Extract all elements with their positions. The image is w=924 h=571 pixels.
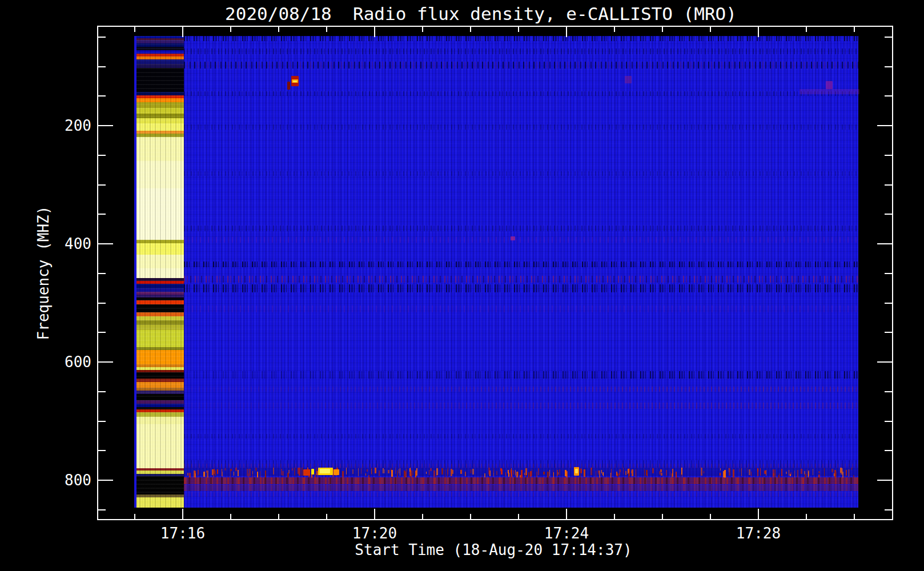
tick-mark [885, 155, 892, 156]
rfi-streak [565, 470, 567, 476]
rfi-streak [203, 472, 205, 477]
spectrogram-data [134, 36, 858, 508]
rfi-streak [391, 470, 393, 477]
rfi-streak [720, 473, 721, 476]
rfi-streak [757, 468, 758, 472]
rfi-streak [733, 469, 734, 477]
rfi-band-dark [184, 91, 858, 96]
tick-mark [518, 514, 519, 519]
rfi-streak [358, 468, 359, 476]
burst-blob [625, 76, 632, 83]
tick-mark [98, 243, 113, 244]
tick-mark [98, 273, 106, 274]
rfi-streak [505, 472, 506, 476]
rfi-streak [214, 469, 215, 474]
tick-mark [230, 27, 231, 32]
tick-mark [885, 95, 892, 96]
chart-title: 2020/08/18 Radio flux density, e-CALLIST… [225, 4, 737, 23]
rfi-streak [543, 472, 545, 475]
rfi-streak [807, 469, 808, 476]
rfi-streak [281, 469, 282, 475]
calibration-texture-overlay [134, 36, 184, 508]
tick-mark [98, 332, 106, 333]
rfi-streak [557, 470, 558, 476]
rfi-streak [316, 468, 317, 473]
rfi-streak [513, 471, 514, 475]
rfi-band-spikeband [184, 468, 858, 476]
rfi-streak [371, 468, 372, 475]
rfi-band-redband [184, 387, 858, 392]
rfi-band-darkspeckle [184, 371, 858, 379]
rfi-streak [818, 471, 820, 473]
tick-mark [470, 27, 471, 32]
burst-blob [303, 469, 310, 476]
burst-blob [334, 469, 339, 475]
rfi-streak [448, 468, 448, 475]
rfi-streak [470, 469, 472, 473]
tick-mark [566, 509, 567, 519]
rfi-streak [666, 470, 667, 476]
rfi-streak [824, 468, 825, 476]
rfi-streak [661, 473, 662, 476]
y-tick-label: 400 [46, 236, 91, 251]
tick-mark [134, 514, 135, 519]
rfi-streak [395, 468, 396, 474]
burst-blob [826, 81, 833, 89]
x-tick-label: 17:16 [143, 525, 223, 541]
rfi-band-redpurple [184, 276, 858, 283]
rfi-streak [426, 472, 427, 474]
rfi-streak [786, 472, 787, 474]
rfi-streak [292, 468, 293, 471]
rfi-streak [445, 469, 445, 477]
rfi-streak [294, 468, 295, 476]
rfi-streak [472, 469, 474, 475]
tick-mark [885, 214, 892, 215]
rfi-streak [433, 471, 435, 477]
rfi-streak [525, 468, 527, 475]
rfi-streak [383, 468, 384, 473]
tick-mark [885, 273, 892, 274]
rfi-streak [672, 469, 673, 477]
burst-blob [287, 82, 290, 90]
tick-mark [422, 27, 423, 32]
y-axis-title: Frequency (MHZ) [35, 206, 52, 340]
rfi-streak [365, 473, 366, 476]
rfi-streak [532, 469, 532, 476]
rfi-streak [194, 471, 195, 477]
rfi-streak [584, 469, 585, 476]
rfi-streak [404, 471, 405, 477]
rfi-streak [265, 471, 266, 477]
rfi-streak [590, 468, 592, 475]
tick-mark [98, 95, 106, 96]
rfi-streak [217, 469, 218, 474]
rfi-streak [723, 471, 725, 477]
tick-mark [885, 509, 892, 510]
tick-mark [374, 509, 375, 519]
rfi-streak [496, 471, 497, 475]
rfi-streak [538, 468, 539, 475]
rfi-streak [682, 469, 682, 477]
rfi-streak [521, 470, 523, 478]
rfi-streak [238, 470, 239, 476]
rfi-streak [399, 469, 399, 473]
tick-mark [758, 27, 759, 37]
rfi-band-darkspeckle [184, 262, 858, 267]
tick-mark [98, 509, 106, 510]
tick-mark [98, 125, 113, 126]
rfi-streak [299, 468, 300, 476]
x-tick-label: 17:24 [527, 525, 606, 541]
spectrogram-main [184, 36, 858, 508]
rfi-streak [644, 469, 645, 477]
rfi-streak [430, 468, 432, 471]
rfi-streak [764, 471, 766, 474]
rfi-streak [198, 474, 198, 476]
tick-mark [662, 514, 663, 519]
tick-mark [758, 509, 759, 519]
tick-mark [854, 514, 855, 519]
rfi-streak [515, 470, 516, 476]
rfi-streak [224, 468, 226, 471]
tick-mark [885, 37, 892, 38]
rfi-band-dark [184, 226, 858, 231]
rfi-streak [751, 472, 752, 476]
rfi-streak [813, 469, 813, 475]
